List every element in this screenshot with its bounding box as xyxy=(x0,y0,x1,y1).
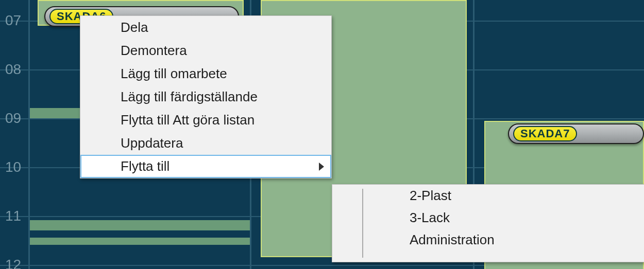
hour-label-10: 10 xyxy=(5,160,26,174)
menu-item-lagg-till-omarbete[interactable]: Lägg till omarbete xyxy=(80,62,331,85)
context-submenu: 2-Plast 3-Lack Administration xyxy=(332,184,644,262)
submenu-item-label: 2-Plast xyxy=(410,188,451,203)
menu-item-label: Lägg till omarbete xyxy=(121,66,227,81)
menu-item-demontera[interactable]: Demontera xyxy=(80,39,331,62)
task-tag: SKADA7 xyxy=(513,126,577,141)
submenu-icon-divider xyxy=(362,189,363,258)
menu-item-label: Uppdatera xyxy=(121,135,183,151)
menu-item-label: Flytta till xyxy=(121,158,170,174)
menu-item-uppdatera[interactable]: Uppdatera xyxy=(80,132,331,155)
submenu-item-admin[interactable]: Administration xyxy=(332,229,644,251)
menu-item-label: Flytta till Att göra listan xyxy=(121,112,255,128)
task-chip-skada-right[interactable]: SKADA7 xyxy=(508,123,644,144)
hour-label-07: 07 xyxy=(5,13,26,28)
menu-item-dela[interactable]: Dela xyxy=(80,16,331,39)
schedule-slot xyxy=(30,220,250,230)
schedule-canvas: 07 08 09 10 11 12 SKADA6 SKADA7 Dela Dem… xyxy=(0,0,644,269)
menu-item-label: Demontera xyxy=(121,43,187,58)
submenu-item-label: 3-Lack xyxy=(410,210,450,225)
menu-item-label: Dela xyxy=(121,20,148,35)
context-menu: Dela Demontera Lägg till omarbete Lägg t… xyxy=(80,15,332,178)
submenu-item-label: Administration xyxy=(410,232,495,247)
menu-item-label: Lägg till färdigställande xyxy=(121,89,258,104)
schedule-slot xyxy=(30,238,250,245)
submenu-item-plast[interactable]: 2-Plast xyxy=(332,185,644,207)
hour-label-09: 09 xyxy=(5,111,26,125)
menu-item-flytta-att-gora[interactable]: Flytta till Att göra listan xyxy=(80,109,331,132)
hour-label-11: 11 xyxy=(5,209,26,223)
hour-label-08: 08 xyxy=(5,62,26,77)
menu-item-lagg-till-fardigstallande[interactable]: Lägg till färdigställande xyxy=(80,85,331,109)
hour-label-12: 12 xyxy=(5,258,26,269)
submenu-item-lack[interactable]: 3-Lack xyxy=(332,207,644,229)
submenu-caret-icon xyxy=(319,163,324,171)
menu-item-flytta-till[interactable]: Flytta till xyxy=(80,155,331,178)
